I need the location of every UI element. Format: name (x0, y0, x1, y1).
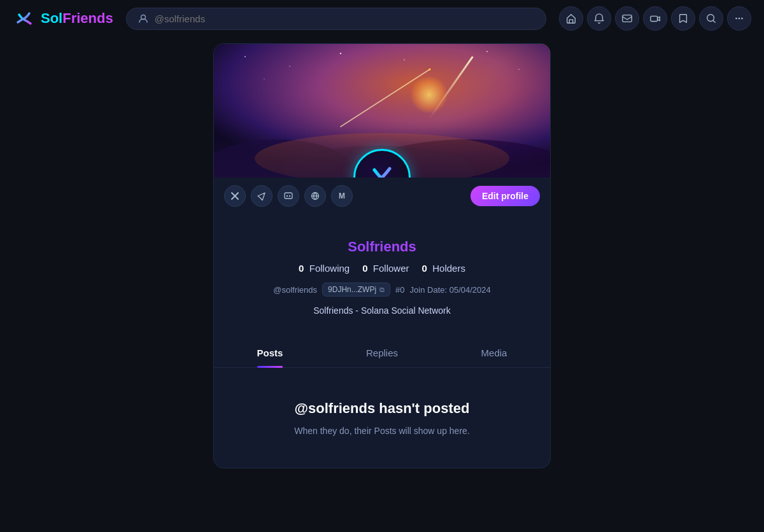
address-text: 9DJHn...ZWPj (328, 285, 376, 294)
tab-posts[interactable]: Posts (214, 339, 326, 367)
medium-icon: M (339, 192, 345, 200)
avatar-icon (363, 158, 401, 178)
logo-icon (13, 7, 36, 30)
x-button[interactable] (224, 185, 246, 207)
following-label: Following (309, 263, 350, 274)
svg-point-14 (264, 78, 264, 79)
bell-icon (593, 13, 605, 24)
holders-label: Holders (432, 263, 465, 274)
header: SolFriends (0, 0, 764, 37)
more-icon (733, 13, 745, 24)
search-input[interactable] (155, 13, 534, 24)
copy-icon[interactable]: ⧉ (379, 286, 385, 294)
svg-rect-1 (623, 15, 632, 22)
profile-handle: @solfriends (273, 285, 317, 295)
globe-button[interactable] (304, 185, 326, 207)
wallet-address[interactable]: 9DJHn...ZWPj ⧉ (322, 283, 390, 297)
holders-stat[interactable]: 0 Holders (422, 263, 465, 274)
svg-point-8 (244, 56, 246, 57)
following-count: 0 (299, 263, 304, 274)
svg-point-10 (340, 53, 341, 54)
search-icon (705, 13, 717, 24)
tab-replies-label: Replies (366, 347, 398, 358)
profile-id: #0 (395, 285, 404, 295)
search-button[interactable] (699, 6, 723, 31)
empty-subtitle: When they do, their Posts will show up h… (233, 426, 531, 436)
main-content: M Edit profile Solfriends 0 Following 0 … (0, 37, 764, 475)
svg-point-12 (486, 51, 488, 52)
empty-title: @solfriends hasn't posted (233, 400, 531, 418)
svg-point-6 (741, 18, 743, 20)
logo[interactable]: SolFriends (13, 7, 113, 30)
telegram-icon (257, 192, 266, 200)
address-row: @solfriends 9DJHn...ZWPj ⧉ #0 Join Date:… (227, 283, 537, 297)
svg-rect-21 (285, 193, 292, 199)
telegram-button[interactable] (251, 185, 272, 207)
mail-icon (621, 13, 633, 24)
social-icons: M (224, 185, 353, 207)
profile-tabs: Posts Replies Media (214, 339, 550, 368)
home-button[interactable] (559, 6, 583, 31)
video-icon (649, 13, 661, 24)
tab-replies[interactable]: Replies (326, 339, 438, 367)
globe-icon (311, 192, 320, 200)
logo-sol: Sol (41, 10, 62, 26)
search-bar[interactable] (126, 8, 546, 30)
social-edit-row: M Edit profile (214, 178, 550, 207)
profile-bio: Solfriends - Solana Social Network (227, 305, 537, 316)
holders-count: 0 (422, 263, 427, 274)
svg-point-23 (289, 195, 290, 197)
medium-button[interactable]: M (331, 185, 353, 207)
follower-label: Follower (373, 263, 409, 274)
discord-button[interactable] (278, 185, 299, 207)
bookmark-icon (677, 13, 689, 24)
notifications-button[interactable] (587, 6, 611, 31)
stats-row: 0 Following 0 Follower 0 Holders (227, 263, 537, 274)
bookmarks-button[interactable] (671, 6, 695, 31)
profile-card: M Edit profile Solfriends 0 Following 0 … (213, 43, 551, 468)
messages-button[interactable] (615, 6, 639, 31)
more-button[interactable] (727, 6, 751, 31)
svg-point-22 (286, 195, 288, 197)
edit-profile-button[interactable]: Edit profile (470, 186, 540, 206)
follower-stat[interactable]: 0 Follower (362, 263, 409, 274)
tab-posts-label: Posts (257, 347, 283, 358)
nav-icons (559, 6, 751, 31)
profile-info: Solfriends 0 Following 0 Follower 0 Hold… (214, 207, 550, 339)
following-stat[interactable]: 0 Following (299, 263, 350, 274)
svg-point-5 (739, 18, 740, 20)
video-button[interactable] (643, 6, 667, 31)
profile-banner (214, 44, 550, 178)
discord-icon (284, 192, 293, 200)
svg-point-4 (735, 18, 737, 20)
home-icon (565, 13, 577, 24)
logo-text: SolFriends (41, 10, 113, 27)
svg-point-13 (518, 69, 520, 70)
follower-count: 0 (362, 263, 367, 274)
profile-name: Solfriends (227, 239, 537, 255)
join-date: Join Date: 05/04/2024 (410, 285, 491, 295)
empty-state: @solfriends hasn't posted When they do, … (214, 368, 550, 468)
logo-friends: Friends (62, 10, 113, 26)
svg-point-9 (289, 66, 290, 67)
svg-rect-2 (651, 16, 658, 21)
svg-point-11 (404, 59, 405, 60)
x-social-icon (230, 192, 239, 200)
tab-media[interactable]: Media (438, 339, 550, 367)
tab-media-label: Media (481, 347, 507, 358)
user-icon (138, 13, 148, 24)
